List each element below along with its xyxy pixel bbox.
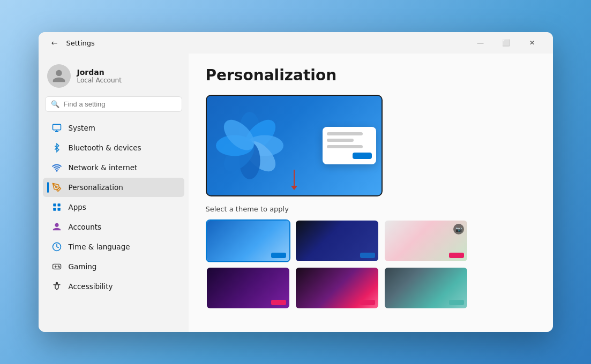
- sidebar-item-bluetooth-label: Bluetooth & devices: [69, 143, 141, 152]
- theme-tag-nature: [449, 253, 464, 258]
- sidebar-item-gaming-label: Gaming: [69, 262, 97, 271]
- sidebar-item-network[interactable]: Network & internet: [43, 158, 184, 177]
- sidebar-item-apps[interactable]: Apps: [43, 198, 184, 217]
- svg-rect-0: [53, 124, 61, 130]
- close-button[interactable]: ✕: [520, 34, 544, 51]
- dialog-line-3: [327, 145, 363, 148]
- theme-nature-preview: 📷: [385, 221, 467, 261]
- arrow-line: [294, 170, 295, 186]
- theme-dark-preview: [296, 221, 378, 261]
- theme-glow-preview: [207, 268, 289, 308]
- sidebar-item-personalization[interactable]: Personalization: [43, 178, 184, 197]
- gaming-icon: [51, 261, 62, 272]
- preview-background: [207, 96, 381, 195]
- theme-card-bloom[interactable]: [295, 267, 379, 309]
- theme-tag-dark: [360, 253, 375, 258]
- sidebar-item-system[interactable]: System: [43, 118, 184, 138]
- themes-grid: 📷: [206, 219, 468, 309]
- back-button[interactable]: ←: [47, 35, 62, 50]
- search-input[interactable]: [64, 100, 176, 108]
- window-title: Settings: [66, 39, 468, 47]
- accessibility-icon: [51, 281, 62, 292]
- account-type: Local Account: [77, 77, 122, 84]
- windows-flower-icon: [212, 108, 287, 183]
- svg-rect-6: [57, 203, 60, 206]
- svg-point-12: [58, 267, 59, 268]
- theme-tag-light: [271, 253, 286, 258]
- main-content: Personalization: [189, 54, 553, 332]
- svg-point-4: [55, 186, 57, 188]
- sidebar-item-personalization-label: Personalization: [69, 183, 123, 192]
- sidebar-item-time-label: Time & language: [69, 242, 130, 251]
- maximize-button[interactable]: ⬜: [494, 34, 519, 51]
- sidebar-item-accessibility[interactable]: Accessibility: [43, 277, 184, 296]
- sidebar-item-gaming[interactable]: Gaming: [43, 257, 184, 276]
- bluetooth-icon: [51, 142, 62, 153]
- theme-preview: [206, 95, 383, 196]
- theme-sky-preview: [385, 268, 467, 308]
- sidebar: Jordan Local Account 🔍 System: [39, 54, 189, 332]
- accounts-icon: [51, 222, 62, 232]
- apps-icon: [51, 202, 62, 213]
- avatar: [47, 64, 71, 88]
- dialog-button: [353, 153, 372, 159]
- sidebar-item-network-label: Network & internet: [69, 163, 138, 172]
- preview-arrow: [291, 170, 297, 190]
- window-content: Jordan Local Account 🔍 System: [39, 54, 553, 332]
- username: Jordan: [77, 68, 122, 77]
- wifi-icon: [51, 162, 62, 173]
- user-section[interactable]: Jordan Local Account: [39, 58, 189, 96]
- theme-section-label: Select a theme to apply: [206, 205, 536, 213]
- theme-card-nature[interactable]: 📷: [384, 219, 468, 262]
- theme-card-dark[interactable]: [295, 219, 379, 262]
- sidebar-item-accounts[interactable]: Accounts: [43, 217, 184, 237]
- arrow-head: [291, 186, 297, 190]
- dialog-line-1: [327, 132, 363, 135]
- page-title: Personalization: [206, 66, 536, 84]
- brush-icon: [51, 182, 62, 193]
- settings-window: ← Settings — ⬜ ✕ Jordan Local Account: [39, 32, 553, 332]
- svg-point-3: [56, 170, 57, 171]
- titlebar: ← Settings — ⬜ ✕: [39, 32, 553, 54]
- sidebar-item-accounts-label: Accounts: [69, 223, 102, 231]
- theme-light-preview: [207, 221, 289, 261]
- sidebar-item-time[interactable]: Time & language: [43, 237, 184, 256]
- monitor-icon: [51, 123, 62, 133]
- window-controls: — ⬜ ✕: [468, 34, 544, 51]
- time-icon: [51, 241, 62, 252]
- theme-tag-bloom: [360, 300, 375, 305]
- search-box[interactable]: 🔍: [45, 96, 182, 112]
- sidebar-item-apps-label: Apps: [69, 203, 86, 211]
- sidebar-item-system-label: System: [69, 124, 95, 132]
- user-info: Jordan Local Account: [77, 68, 122, 84]
- svg-rect-7: [53, 208, 56, 211]
- dialog-line-2: [327, 139, 354, 142]
- camera-icon: 📷: [453, 224, 464, 234]
- theme-card-sky[interactable]: [384, 267, 468, 309]
- sidebar-item-accessibility-label: Accessibility: [69, 282, 113, 291]
- theme-bloom-preview: [296, 268, 378, 308]
- theme-card-light[interactable]: [206, 219, 290, 262]
- theme-card-glow[interactable]: [206, 267, 290, 309]
- sidebar-item-bluetooth[interactable]: Bluetooth & devices: [43, 138, 184, 157]
- preview-dialog: [323, 127, 376, 164]
- svg-point-13: [56, 283, 57, 284]
- svg-rect-8: [57, 208, 60, 211]
- theme-tag-sky: [449, 300, 464, 305]
- svg-rect-5: [53, 203, 56, 206]
- minimize-button[interactable]: —: [468, 34, 493, 51]
- theme-tag-glow: [271, 300, 286, 305]
- search-icon: 🔍: [51, 100, 59, 108]
